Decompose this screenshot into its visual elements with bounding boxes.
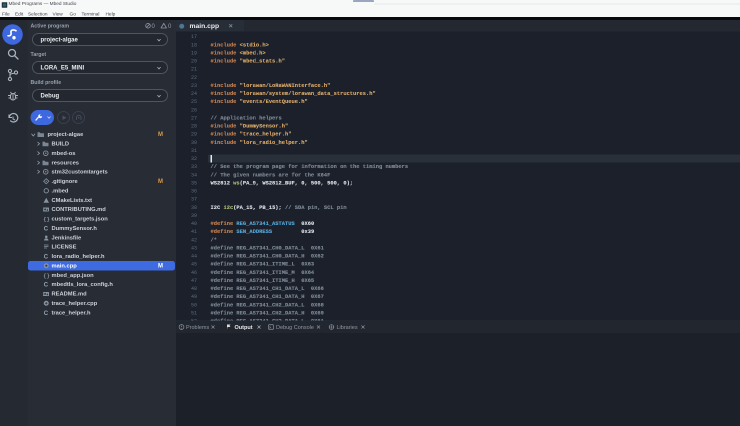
svg-text:0: 0 xyxy=(168,23,172,29)
svg-text:{}: {} xyxy=(43,216,49,222)
svg-text:C: C xyxy=(44,225,49,231)
svg-text:C: C xyxy=(44,282,49,288)
svg-text:C: C xyxy=(44,310,49,316)
svg-text:0: 0 xyxy=(152,23,156,29)
svg-text:{}: {} xyxy=(43,272,49,278)
svg-text:C: C xyxy=(44,254,49,260)
